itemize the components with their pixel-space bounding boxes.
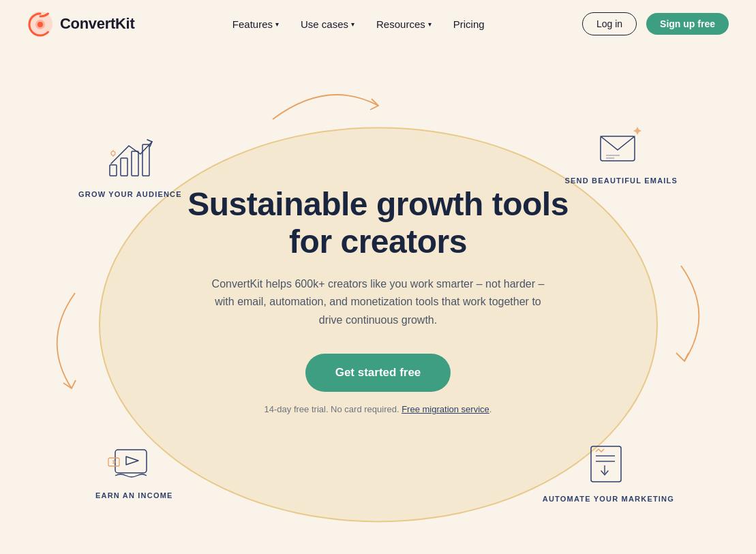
- right-arrow-icon: [671, 259, 719, 368]
- cta-button[interactable]: Get started free: [305, 354, 451, 392]
- top-arrow-icon: [266, 85, 389, 126]
- grow-audience-icon: [103, 136, 157, 184]
- hero-title: Sustainable growth tools for creators: [187, 185, 569, 260]
- left-arrow-icon: [37, 286, 85, 395]
- nav-links: Features ▾ Use cases ▾ Resources ▾ Prici…: [232, 18, 485, 30]
- nav-pricing-label: Pricing: [453, 18, 485, 30]
- nav-resources-label: Resources: [376, 18, 425, 30]
- svg-rect-6: [142, 144, 149, 176]
- send-emails-icon: [594, 123, 648, 170]
- feature-grow-audience: GROW YOUR AUDIENCE: [78, 136, 182, 200]
- svg-rect-5: [132, 151, 138, 176]
- feature-send-emails: SEND BEAUTIFUL EMAILS: [564, 123, 678, 186]
- navbar: ConvertKit Features ▾ Use cases ▾ Resour…: [0, 0, 756, 48]
- svg-marker-14: [126, 457, 138, 465]
- logo-text: ConvertKit: [60, 15, 134, 33]
- nav-actions: Log in Sign up free: [582, 12, 729, 35]
- nav-features-label: Features: [232, 18, 273, 30]
- feature-earn-income: EARN AN INCOME: [95, 437, 173, 501]
- nav-item-resources[interactable]: Resources ▾: [376, 18, 432, 30]
- logo-link[interactable]: ConvertKit: [27, 11, 134, 37]
- earn-income-icon: [107, 437, 162, 485]
- features-chevron-icon: ▾: [275, 20, 279, 28]
- svg-rect-4: [121, 158, 127, 176]
- automate-marketing-icon: [581, 441, 635, 489]
- resources-chevron-icon: ▾: [428, 20, 432, 28]
- feature-automate-marketing: AUTOMATE YOUR MARKETING: [543, 441, 674, 504]
- svg-rect-13: [115, 450, 147, 473]
- svg-rect-16: [591, 446, 621, 482]
- usecases-chevron-icon: ▾: [351, 20, 354, 28]
- hero-content: Sustainable growth tools for creators Co…: [187, 172, 569, 415]
- hero-note: 14-day free trial. No card required. Fre…: [187, 404, 569, 414]
- earn-income-label: EARN AN INCOME: [95, 491, 173, 501]
- nav-item-features[interactable]: Features ▾: [232, 18, 279, 30]
- trial-note-text: 14-day free trial. No card required.: [264, 404, 399, 414]
- svg-point-7: [111, 151, 115, 155]
- hero-subtitle: ConvertKit helps 600k+ creators like you…: [207, 275, 548, 329]
- nav-item-use-cases[interactable]: Use cases ▾: [301, 18, 354, 30]
- nav-usecases-label: Use cases: [301, 18, 348, 30]
- automate-marketing-label: AUTOMATE YOUR MARKETING: [543, 494, 674, 504]
- hero-section: GROW YOUR AUDIENCE SEND BEAUTIFUL EMAILS: [0, 48, 756, 538]
- signup-button[interactable]: Sign up free: [646, 13, 729, 35]
- send-emails-label: SEND BEAUTIFUL EMAILS: [564, 176, 678, 186]
- nav-item-pricing[interactable]: Pricing: [453, 18, 485, 30]
- logo-icon: [27, 11, 53, 37]
- svg-rect-3: [110, 165, 117, 176]
- migration-link[interactable]: Free migration service: [402, 404, 489, 414]
- svg-point-2: [37, 22, 43, 27]
- login-button[interactable]: Log in: [582, 12, 637, 35]
- grow-audience-label: GROW YOUR AUDIENCE: [78, 189, 182, 200]
